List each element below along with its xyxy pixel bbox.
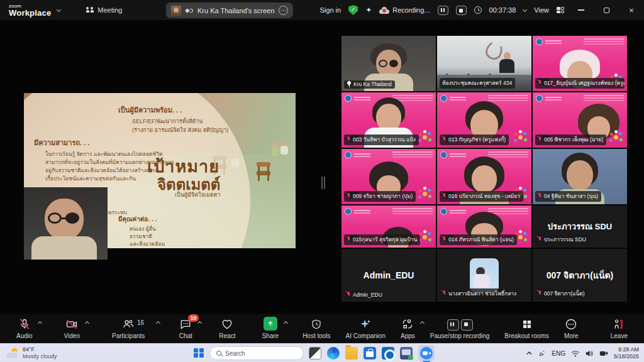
- file-explorer-icon[interactable]: [345, 347, 358, 359]
- record-controls-icon: [447, 318, 473, 331]
- pen-input-icon[interactable]: [538, 349, 546, 357]
- tile-participant-013[interactable]: 013 กัญญภัชร (ครูแฟงกี้): [437, 92, 531, 148]
- meeting-content: เป็นผู้มีความพร้อม. . . SELF/EF/พัฒนาการ…: [0, 20, 644, 314]
- temperature: 84°F: [23, 346, 57, 353]
- timer-clock-icon: [474, 6, 482, 14]
- tile-admin-edu[interactable]: Admin_EDU Admin_EDU: [341, 249, 436, 302]
- share-screen-icon: [264, 318, 277, 331]
- task-view-button[interactable]: [309, 347, 321, 359]
- timer-chevron-icon[interactable]: [523, 7, 527, 11]
- chat-chevron[interactable]: [197, 321, 202, 326]
- participant-name: 04 ฐิติมา ขันอาสา (นุ่น): [544, 192, 598, 200]
- audio-options-chevron[interactable]: [38, 321, 42, 326]
- host-tools-button[interactable]: Host tools: [295, 318, 338, 339]
- more-label: More: [564, 332, 579, 339]
- tile-participant-04[interactable]: 04 ฐิติมา ขันอาสา (นุ่น): [533, 149, 627, 204]
- share-chevron[interactable]: [284, 321, 288, 326]
- presenter-body: [31, 236, 97, 260]
- video-button[interactable]: Video: [57, 318, 87, 339]
- panel-resize-handle[interactable]: [321, 177, 326, 189]
- chat-button[interactable]: 10 Chat: [171, 318, 200, 339]
- start-button[interactable]: [194, 348, 204, 359]
- participants-chevron[interactable]: [156, 321, 160, 326]
- security-shield-icon[interactable]: ✓: [348, 5, 358, 15]
- close-button[interactable]: ×: [623, 2, 640, 18]
- muted-mic-icon: [347, 236, 351, 243]
- participant-name: 003 วันทิพา บัวสุวรรณ แป้ง: [353, 135, 416, 144]
- language-indicator[interactable]: ENG: [552, 350, 565, 357]
- breakout-rooms-button[interactable]: Breakout rooms: [497, 318, 557, 339]
- react-button[interactable]: React: [211, 318, 243, 339]
- view-grid-icon[interactable]: [557, 7, 565, 14]
- outlook-icon[interactable]: [382, 347, 394, 359]
- tile-participant-prapawan[interactable]: ประภาวรรณ SDU ประภาวรรณ SDU: [533, 206, 627, 248]
- muted-mic-icon: [538, 193, 542, 199]
- muted-mic-icon: [442, 290, 447, 297]
- chevron-down-icon[interactable]: [57, 7, 61, 11]
- muted-mic-icon: [538, 80, 542, 86]
- share-pill-label: Kru Ka Thailand's screen: [197, 7, 274, 14]
- tile-participant-005[interactable]: 005 พิชากร เพ็งพุฒ (มาย): [533, 92, 627, 148]
- wifi-icon[interactable]: [571, 350, 580, 357]
- edge-browser-icon[interactable]: [327, 347, 340, 359]
- zoom-app-icon[interactable]: [418, 345, 435, 361]
- participants-count: 16: [137, 319, 144, 326]
- recording-indicator: Recording...: [379, 6, 430, 14]
- stop-recording-button[interactable]: [456, 6, 467, 15]
- camera-privacy-icon[interactable]: [599, 350, 608, 356]
- hidden-icons-chevron[interactable]: [526, 351, 533, 356]
- participant-name: 017_ธัญญ์มณี เศฏฐณรงค์ทอง (ครูแตงโ...: [544, 79, 625, 87]
- apps-button[interactable]: Apps: [393, 318, 423, 339]
- tile-participant-009[interactable]: 009 จริยา ชายญาภา (บุ๋ม): [341, 149, 436, 204]
- participants-button[interactable]: 16 Participants: [104, 318, 152, 339]
- volume-icon[interactable]: [586, 350, 594, 357]
- meeting-icon: [86, 7, 94, 14]
- taskbar-weather-widget[interactable]: 84°F Mostly cloudy: [6, 346, 57, 359]
- presenter-webcam-overlay: [24, 187, 108, 260]
- slide-value-title: มีคุณค่าต่อ. . .: [118, 214, 157, 224]
- search-input[interactable]: Search: [209, 346, 304, 360]
- tile-participant-017[interactable]: 017_ธัญญ์มณี เศฏฐณรงค์ทอง (ครูแตงโ...: [533, 36, 627, 91]
- tile-meeting-room-434[interactable]: ห้องประชุมคณะครุศาสตร์ 434: [437, 36, 531, 91]
- more-button[interactable]: More: [557, 318, 586, 339]
- participant-name: Admin_EDU: [353, 292, 382, 298]
- tile-participant-007[interactable]: 007 จิตาภา(แน็ต) 007 จิตาภา(แน็ต): [533, 249, 627, 302]
- share-pill-more-icon[interactable]: ⋯: [279, 6, 288, 15]
- minimize-button[interactable]: [572, 2, 590, 18]
- remote-desktop-icon[interactable]: [400, 347, 413, 359]
- sharer-thumbnail: [171, 6, 181, 16]
- slide-ready-title: เป็นผู้มีความพร้อม. . .: [118, 104, 182, 116]
- share-button[interactable]: Share: [254, 318, 286, 339]
- video-options-chevron[interactable]: [85, 321, 89, 326]
- participant-name: ห้องประชุมคณะครุศาสตร์ 434: [442, 79, 512, 87]
- microsoft-store-icon[interactable]: [364, 347, 376, 359]
- audio-button[interactable]: Audio: [9, 318, 40, 339]
- cloud-recording-icon: [379, 7, 389, 14]
- title-bar: zoom Workplace Meeting Kru Ka Thailand's…: [0, 0, 644, 20]
- screen-share-pill[interactable]: Kru Ka Thailand's screen ⋯: [166, 3, 293, 18]
- tile-participant-016[interactable]: 016 ปรียาภรณ์ ทองสุข - เหมียว: [437, 149, 531, 204]
- sign-in-button[interactable]: Sign in: [320, 6, 341, 14]
- tile-participant-003[interactable]: 003 วันทิพา บัวสุวรรณ แป้ง: [341, 92, 436, 148]
- search-icon: [216, 351, 221, 356]
- tab-meeting[interactable]: Meeting: [86, 6, 122, 14]
- restore-button[interactable]: [597, 2, 615, 18]
- taskbar-clock[interactable]: 9:28 AM 5/18/2025: [614, 346, 639, 360]
- pause-stop-recording-button[interactable]: Pause/stop recording: [423, 318, 497, 339]
- ai-companion-label: AI Companion: [346, 332, 386, 339]
- ai-sparkle-icon[interactable]: ✦: [365, 6, 372, 14]
- ai-companion-button[interactable]: AI Companion: [338, 318, 393, 339]
- tile-participant-mintra[interactable]: นางสาวมินตรา ช่วยโพธิ์กลาง: [437, 249, 531, 302]
- presenter-glasses: [48, 212, 62, 224]
- leave-button[interactable]: Leave: [603, 318, 635, 339]
- tile-participant-014[interactable]: 014 ภัทรภรณ์ พินสีดา (แจน): [437, 206, 531, 248]
- participant-name: นางสาวมินตรา ช่วยโพธิ์กลาง: [448, 289, 516, 298]
- chat-badge: 10: [188, 314, 199, 322]
- view-button[interactable]: View: [534, 6, 549, 14]
- tile-participant-015[interactable]: 015กุลนารี สุจริตกุล มุมป้าน: [341, 206, 436, 248]
- pause-recording-button[interactable]: [438, 6, 448, 15]
- slide-ability-title: มีความสามารถ. . .: [34, 137, 89, 148]
- participants-label: Participants: [112, 332, 145, 339]
- muted-mic-icon: [538, 290, 542, 297]
- tile-kru-ka-thailand[interactable]: Kru Ka Thailand: [341, 36, 436, 91]
